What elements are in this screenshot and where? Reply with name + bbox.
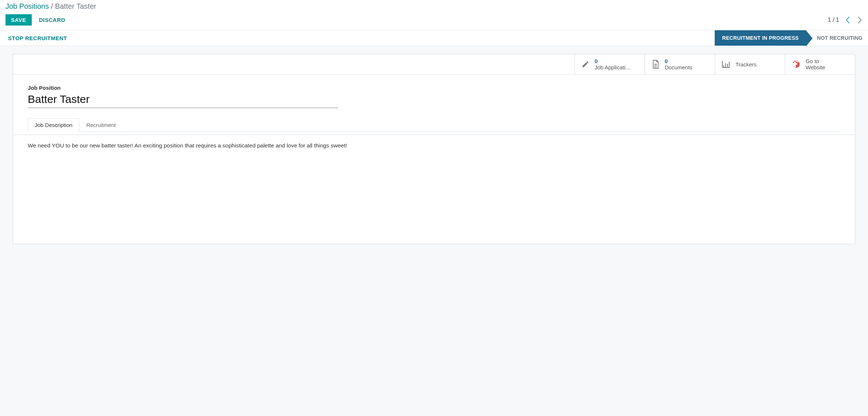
discard-button[interactable]: DISCARD — [39, 17, 65, 23]
stat-go-to-website[interactable]: Go to Website — [785, 54, 855, 74]
status-stages: RECRUITMENT IN PROGRESS NOT RECRUITING — [715, 30, 868, 46]
pencil-icon — [581, 60, 589, 68]
stat-job-applications[interactable]: 0 Job Applicati… — [575, 54, 645, 74]
stage-recruitment-in-progress[interactable]: RECRUITMENT IN PROGRESS — [715, 30, 806, 46]
stage-not-recruiting[interactable]: NOT RECRUITING — [806, 30, 868, 46]
tab-border — [123, 131, 840, 131]
stat-website-line2: Website — [806, 64, 825, 70]
stat-documents-label: Documents — [665, 64, 692, 70]
stop-recruitment-button[interactable]: STOP RECRUITMENT — [8, 30, 67, 46]
breadcrumb-root[interactable]: Job Positions — [5, 2, 49, 10]
job-position-label: Job Position — [28, 85, 840, 91]
stat-applications-count: 0 — [595, 58, 631, 64]
stat-documents[interactable]: 0 Documents — [645, 54, 715, 74]
tab-job-description[interactable]: Job Description — [28, 118, 79, 132]
pager-text: 1 / 1 — [828, 17, 839, 23]
stat-documents-count: 0 — [665, 58, 692, 64]
stat-website-line1: Go to — [806, 58, 825, 64]
pager: 1 / 1 — [828, 16, 863, 24]
breadcrumb-current: Batter Taster — [55, 2, 96, 10]
job-description-content[interactable]: We need YOU to be our new batter taster!… — [13, 135, 855, 244]
pager-next-icon[interactable] — [857, 16, 862, 24]
save-button[interactable]: SAVE — [5, 14, 32, 26]
breadcrumb: Job Positions / Batter Taster — [5, 2, 863, 11]
globe-icon — [792, 60, 800, 69]
breadcrumb-separator: / — [49, 2, 55, 10]
stat-trackers[interactable]: Trackers — [715, 54, 785, 74]
pager-prev-icon[interactable] — [846, 16, 850, 24]
stat-trackers-label: Trackers — [736, 61, 757, 68]
stat-applications-label: Job Applicati… — [595, 64, 631, 70]
document-icon — [652, 59, 660, 69]
job-position-input[interactable] — [28, 92, 338, 108]
bar-chart-icon — [722, 60, 730, 68]
tab-recruitment[interactable]: Recruitment — [79, 118, 123, 132]
